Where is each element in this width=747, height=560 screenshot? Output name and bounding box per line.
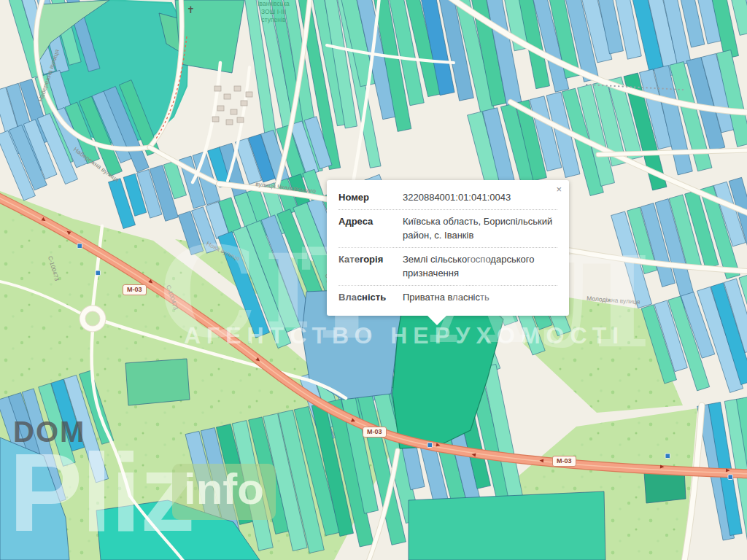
bus-stop-icon [728,475,733,480]
building [214,86,221,91]
building [241,101,247,106]
parcel[interactable] [125,359,190,405]
school-parcel[interactable] [175,0,244,73]
parcel[interactable] [409,491,605,560]
parcel-info-popup: × Номер 3220884001:01:041:0043 Адреса Ки… [327,180,569,316]
bus-stop-icon [665,454,670,459]
field-value: Землі сільськогосподарського призначення [403,252,557,281]
building [224,94,231,99]
poi-label: ЗОШ І-ІІІ [261,8,286,15]
highway-shield: М-03 [123,284,147,295]
building [231,109,237,114]
field-label: Категорія [338,252,395,281]
bus-stop-icon [96,271,101,276]
field-value: Київська область, Бориспільський район, … [403,214,557,243]
popup-row-ownership: Власність Приватна власність [338,286,557,309]
field-label: Номер [338,190,395,205]
building [217,106,224,111]
bus-stop-icon [77,244,82,249]
building [237,117,244,122]
building [226,120,233,125]
church-cross-icon: ✝ [187,4,195,15]
highway-shield: М-03 [552,456,576,467]
popup-close-button[interactable]: × [554,183,563,195]
popup-row-number: Номер 3220884001:01:041:0043 [338,186,557,210]
building [246,92,252,97]
map-viewport[interactable]: ✝ Набережна вулицяНабережна вулицявулиця… [0,0,747,560]
highway-shield: М-03 [363,427,387,438]
bus-stop-icon [427,443,433,448]
poi-label: Іванківська [258,0,290,7]
building [212,117,219,122]
field-label: Адреса [338,214,395,243]
field-value: Приватна власність [403,290,557,305]
field-value: 3220884001:01:041:0043 [403,190,557,205]
building [234,86,241,91]
field-label: Власність [338,290,395,305]
popup-row-address: Адреса Київська область, Бориспільський … [338,210,557,248]
poi-label: ступенів [262,16,286,23]
popup-row-category: Категорія Землі сільськогосподарського п… [338,248,557,286]
